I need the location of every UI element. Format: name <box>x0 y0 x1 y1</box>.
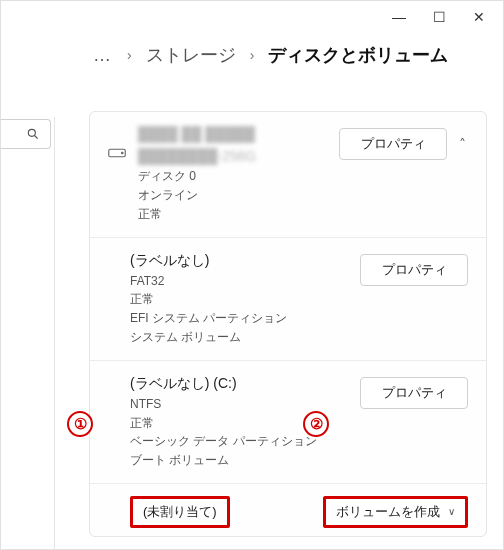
annotation-2: ② <box>303 411 329 437</box>
minimize-button[interactable]: — <box>379 3 419 31</box>
volume-row[interactable]: (ラベルなし) (C:) NTFS 正常 ベーシック データ パーティション ブ… <box>90 361 486 484</box>
disk-model: ████ ██ █████ ████████-256G <box>138 124 327 167</box>
properties-button[interactable]: プロパティ <box>360 254 468 286</box>
volume-row[interactable]: (ラベルなし) FAT32 正常 EFI システム パーティション システム ボ… <box>90 238 486 361</box>
unallocated-row[interactable]: (未割り当て) ボリュームを作成 <box>90 484 486 537</box>
page-title: ディスクとボリューム <box>268 43 448 67</box>
close-button[interactable]: ✕ <box>459 3 499 31</box>
svg-line-1 <box>35 136 38 139</box>
disk-header-card[interactable]: ████ ██ █████ ████████-256G ディスク 0 オンライン… <box>90 112 486 238</box>
search-icon <box>26 127 40 141</box>
properties-button[interactable]: プロパティ <box>360 377 468 409</box>
volume-partition-type: EFI システム パーティション <box>130 309 348 328</box>
maximize-button[interactable]: ☐ <box>419 3 459 31</box>
search-input[interactable] <box>1 119 51 149</box>
volume-role: システム ボリューム <box>130 328 348 347</box>
chevron-right-icon: › <box>250 47 255 63</box>
disk-status-online: オンライン <box>138 186 327 205</box>
create-volume-button[interactable]: ボリュームを作成 <box>323 496 468 528</box>
svg-point-0 <box>28 129 35 136</box>
sidebar-divider <box>1 117 55 549</box>
disk-panel: ████ ██ █████ ████████-256G ディスク 0 オンライン… <box>89 111 487 537</box>
properties-button[interactable]: プロパティ <box>339 128 447 160</box>
disk-number: ディスク 0 <box>138 167 327 186</box>
disk-status-health: 正常 <box>138 205 327 224</box>
volume-info: (ラベルなし) FAT32 正常 EFI システム パーティション システム ボ… <box>130 250 348 346</box>
volume-role: ブート ボリューム <box>130 451 348 470</box>
annotation-1: ① <box>67 411 93 437</box>
volume-fs: FAT32 <box>130 272 348 291</box>
breadcrumb-parent[interactable]: ストレージ <box>146 43 236 67</box>
chevron-right-icon: › <box>127 47 132 63</box>
volume-health: 正常 <box>130 290 348 309</box>
breadcrumb: … › ストレージ › ディスクとボリューム <box>1 33 503 85</box>
collapse-toggle[interactable]: ˄ <box>457 130 468 158</box>
disk-info: ████ ██ █████ ████████-256G ディスク 0 オンライン… <box>138 124 327 223</box>
unallocated-label: (未割り当て) <box>130 496 230 528</box>
breadcrumb-overflow[interactable]: … <box>93 45 113 66</box>
drive-icon <box>108 124 126 163</box>
titlebar: — ☐ ✕ <box>1 1 503 33</box>
svg-point-3 <box>122 152 124 154</box>
volume-label: (ラベルなし) (C:) <box>130 373 348 395</box>
volume-label: (ラベルなし) <box>130 250 348 272</box>
